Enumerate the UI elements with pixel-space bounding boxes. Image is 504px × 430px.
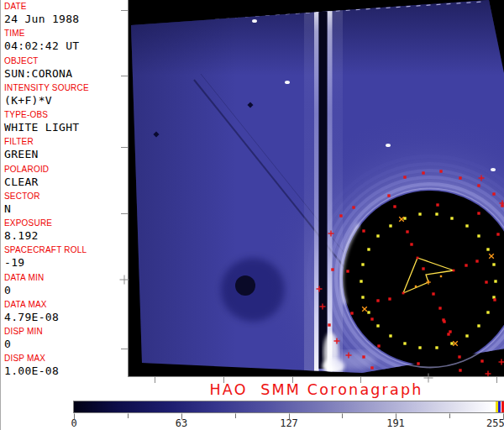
metadata-label: EXPOSURE <box>4 218 127 228</box>
metadata-value: CLEAR <box>4 174 127 190</box>
metadata-field: TYPE-OBSWHITE LIGHT <box>1 110 127 137</box>
metadata-value: (K+F)*V <box>4 92 127 108</box>
white-speck <box>252 19 257 23</box>
red-dot <box>458 355 460 358</box>
metadata-value: WHITE LIGHT <box>4 119 127 135</box>
metadata-label: DATA MAX <box>4 300 127 309</box>
yellow-dot <box>389 334 391 337</box>
red-dot <box>377 344 380 347</box>
yellow-dot <box>360 280 362 282</box>
coronagraph-scene <box>128 0 504 376</box>
polygon-vertex-dot <box>417 257 419 260</box>
red-dot <box>496 233 499 235</box>
colorbar-tick-label: 255 <box>486 418 504 429</box>
red-dot <box>346 270 349 272</box>
metadata-label: INTENSITY SOURCE <box>4 83 127 92</box>
pylon-top-flare <box>314 0 333 8</box>
yellow-dot <box>465 224 468 227</box>
yellow-dot <box>376 234 379 237</box>
metadata-label: DATE <box>4 2 127 11</box>
colorbar-gradient <box>74 401 503 412</box>
red-dot <box>388 297 391 300</box>
red-dot <box>432 292 434 295</box>
metadata-label: TYPE-OBS <box>4 110 127 119</box>
metadata-panel: DATE24 Jun 1988TIME04:02:42 UTOBJECTSUN:… <box>1 0 127 386</box>
red-dot <box>370 366 373 369</box>
red-dot <box>485 281 487 283</box>
yellow-dot <box>450 342 453 344</box>
metadata-label: FILTER <box>4 137 127 146</box>
red-dot <box>406 230 408 233</box>
metadata-field: OBJECTSUN:CORONA <box>1 56 127 83</box>
red-dot <box>493 298 496 301</box>
metadata-value: 8.192 <box>4 228 127 244</box>
metadata-field: SPACECRAFT ROLL-19 <box>1 245 127 272</box>
metadata-field: DISP MIN0 <box>1 327 127 354</box>
red-dot <box>492 192 495 195</box>
red-dot <box>370 317 373 320</box>
yellow-dot <box>403 342 406 344</box>
red-dot <box>465 264 467 266</box>
metadata-label: DISP MAX <box>4 354 127 363</box>
red-dot <box>459 176 461 179</box>
yellow-dot <box>361 296 364 298</box>
metadata-field: INTENSITY SOURCE(K+F)*V <box>1 83 127 110</box>
red-dot <box>475 260 478 262</box>
metadata-label: DISP MIN <box>4 327 127 336</box>
yellow-dot <box>367 311 370 313</box>
metadata-field: FILTERGREEN <box>1 137 127 164</box>
red-dot <box>480 359 483 362</box>
metadata-value: N <box>4 201 127 217</box>
metadata-field: DATA MIN0 <box>1 273 127 300</box>
yellow-dot <box>418 346 421 349</box>
polygon-vertex-dot <box>402 292 405 295</box>
red-dot <box>393 205 396 207</box>
pylon-shadow-core <box>319 2 328 369</box>
metadata-field: DISP MAX1.00E-08 <box>1 354 127 380</box>
image-display <box>128 0 504 376</box>
metadata-field: DATE24 Jun 1988 <box>1 2 127 29</box>
metadata-field: EXPOSURE8.192 <box>1 218 127 245</box>
yellow-dot <box>367 248 370 250</box>
yellow-dot <box>361 263 364 265</box>
red-dot <box>339 214 342 217</box>
red-dot <box>422 171 424 174</box>
metadata-value: GREEN <box>4 146 127 162</box>
yellow-dot <box>435 346 438 349</box>
metadata-value: 4.79E-08 <box>4 309 127 325</box>
page-title: HAO SMM Coronagraph <box>128 381 504 398</box>
metadata-value: 0 <box>4 282 127 298</box>
red-dot <box>459 369 461 371</box>
red-dot <box>352 206 354 208</box>
red-dot <box>331 268 333 270</box>
colorbar-tick-label: 0 <box>71 418 76 429</box>
metadata-value: 0 <box>4 336 127 352</box>
pylon-bright-right <box>328 2 333 375</box>
red-dot <box>328 323 330 326</box>
red-dot <box>362 229 365 232</box>
red-dot <box>436 203 438 206</box>
metadata-field: POLAROIDCLEAR <box>1 165 127 191</box>
red-dot <box>417 362 419 364</box>
metadata-label: SECTOR <box>4 191 127 201</box>
metadata-label: TIME <box>4 29 127 38</box>
red-dot <box>438 307 441 309</box>
red-dot <box>376 299 379 302</box>
colorbar-tick-label: 191 <box>386 418 405 429</box>
yellow-dot <box>418 212 421 215</box>
metadata-label: SPACECRAFT ROLL <box>4 245 127 254</box>
metadata-field: DATA MAX4.79E-08 <box>1 300 127 327</box>
yellow-dot <box>465 334 468 337</box>
white-speck <box>285 81 290 84</box>
metadata-label: DATA MIN <box>4 273 127 282</box>
red-dot <box>449 330 451 333</box>
polygon-vertex-dot <box>453 270 455 272</box>
smm-coronagraph-viewer: DATE24 Jun 1988TIME04:02:42 UTOBJECTSUN:… <box>0 0 504 430</box>
yellow-dot <box>450 217 453 219</box>
colorbar <box>73 401 504 413</box>
colorbar-tick-label: 63 <box>176 418 187 429</box>
yellow-dot <box>486 311 489 313</box>
red-dot <box>477 212 480 214</box>
metadata-value: -19 <box>4 254 127 270</box>
yellow-dot <box>477 324 480 327</box>
